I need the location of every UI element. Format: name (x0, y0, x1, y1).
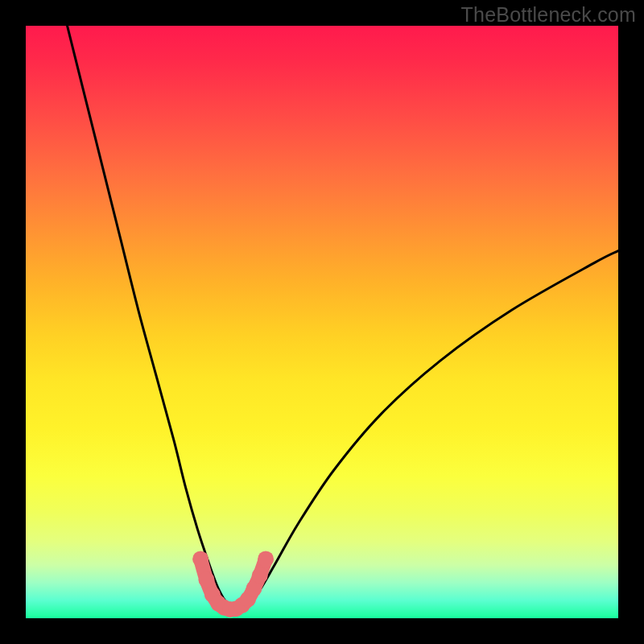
marker-dot (258, 551, 274, 567)
curve-layer (26, 26, 618, 618)
marker-segment (192, 551, 274, 617)
bottleneck-curve (68, 26, 618, 609)
marker-dot (252, 568, 268, 584)
watermark-text: TheBottleneck.com (461, 3, 636, 27)
chart-frame: TheBottleneck.com (0, 0, 644, 644)
plot-area (26, 26, 618, 618)
marker-dot (198, 572, 214, 588)
marker-dot (192, 551, 208, 567)
